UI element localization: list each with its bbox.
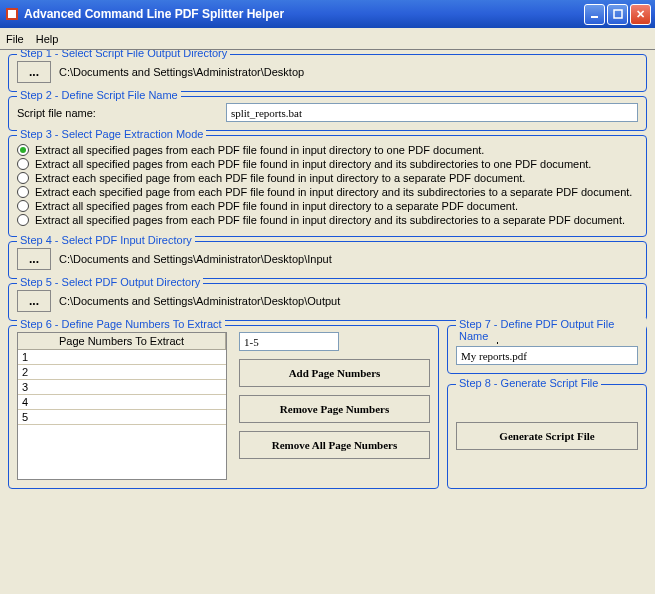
list-item[interactable]: 4: [18, 395, 226, 410]
step4-legend: Step 4 - Select PDF Input Directory: [17, 234, 195, 246]
step1-group: Step 1 - Select Script File Output Direc…: [8, 54, 647, 92]
step1-legend: Step 1 - Select Script File Output Direc…: [17, 50, 230, 59]
window-title: Advanced Command Line PDF Splitter Helpe…: [24, 7, 584, 21]
page-range-input[interactable]: [239, 332, 339, 351]
svg-rect-2: [591, 16, 598, 18]
generate-script-button[interactable]: Generate Script File: [456, 422, 638, 450]
menubar: File Help: [0, 28, 655, 50]
svg-rect-3: [614, 10, 622, 18]
extraction-mode-label: Extract all specified pages from each PD…: [35, 158, 591, 170]
window-controls: ✕: [584, 4, 651, 25]
app-icon: [4, 6, 20, 22]
page-numbers-list[interactable]: Page Numbers To Extract 12345: [17, 332, 227, 480]
menu-file[interactable]: File: [6, 33, 24, 45]
radio-icon: [17, 200, 29, 212]
radio-icon: [17, 214, 29, 226]
list-item[interactable]: 1: [18, 350, 226, 365]
step6-group: Step 6 - Define Page Numbers To Extract …: [8, 325, 439, 489]
step8-legend: Step 8 - Generate Script File: [456, 377, 601, 389]
step2-legend: Step 2 - Define Script File Name: [17, 89, 181, 101]
extraction-mode-label: Extract each specified page from each PD…: [35, 186, 632, 198]
radio-icon: [17, 158, 29, 170]
step3-legend: Step 3 - Select Page Extraction Mode: [17, 128, 206, 140]
minimize-button[interactable]: [584, 4, 605, 25]
step2-label: Script file name:: [17, 107, 96, 119]
extraction-mode-label: Extract all specified pages from each PD…: [35, 144, 484, 156]
step4-group: Step 4 - Select PDF Input Directory ... …: [8, 241, 647, 279]
add-page-numbers-button[interactable]: Add Page Numbers: [239, 359, 430, 387]
extraction-mode-option-4[interactable]: Extract all specified pages from each PD…: [17, 200, 638, 212]
page-list-header: Page Numbers To Extract: [18, 333, 226, 350]
step5-group: Step 5 - Select PDF Output Directory ...…: [8, 283, 647, 321]
step4-browse-button[interactable]: ...: [17, 248, 51, 270]
step1-browse-button[interactable]: ...: [17, 61, 51, 83]
extraction-mode-label: Extract each specified page from each PD…: [35, 172, 525, 184]
radio-icon: [17, 172, 29, 184]
step5-browse-button[interactable]: ...: [17, 290, 51, 312]
content-area: Step 1 - Select Script File Output Direc…: [0, 50, 655, 594]
extraction-mode-option-5[interactable]: Extract all specified pages from each PD…: [17, 214, 638, 226]
radio-icon: [17, 186, 29, 198]
svg-rect-1: [8, 10, 16, 18]
step6-legend: Step 6 - Define Page Numbers To Extract: [17, 318, 225, 330]
step8-group: Step 8 - Generate Script File Generate S…: [447, 384, 647, 489]
step3-group: Step 3 - Select Page Extraction Mode Ext…: [8, 135, 647, 237]
menu-help[interactable]: Help: [36, 33, 59, 45]
extraction-mode-option-0[interactable]: Extract all specified pages from each PD…: [17, 144, 638, 156]
extraction-mode-label: Extract all specified pages from each PD…: [35, 200, 518, 212]
step5-path: C:\Documents and Settings\Administrator\…: [59, 295, 340, 307]
app-window: Advanced Command Line PDF Splitter Helpe…: [0, 0, 655, 594]
extraction-mode-option-3[interactable]: Extract each specified page from each PD…: [17, 186, 638, 198]
extraction-mode-option-1[interactable]: Extract all specified pages from each PD…: [17, 158, 638, 170]
maximize-button[interactable]: [607, 4, 628, 25]
step5-legend: Step 5 - Select PDF Output Directory: [17, 276, 203, 288]
remove-page-numbers-button[interactable]: Remove Page Numbers: [239, 395, 430, 423]
step7-group: Step 7 - Define PDF Output File Name PDF…: [447, 325, 647, 374]
step1-path: C:\Documents and Settings\Administrator\…: [59, 66, 304, 78]
step4-path: C:\Documents and Settings\Administrator\…: [59, 253, 332, 265]
step7-legend: Step 7 - Define PDF Output File Name: [456, 318, 646, 342]
titlebar: Advanced Command Line PDF Splitter Helpe…: [0, 0, 655, 28]
radio-icon: [17, 144, 29, 156]
list-item[interactable]: 3: [18, 380, 226, 395]
output-filename-input[interactable]: [456, 346, 638, 365]
remove-all-page-numbers-button[interactable]: Remove All Page Numbers: [239, 431, 430, 459]
script-name-input[interactable]: [226, 103, 638, 122]
close-button[interactable]: ✕: [630, 4, 651, 25]
step2-group: Step 2 - Define Script File Name Script …: [8, 96, 647, 131]
extraction-mode-option-2[interactable]: Extract each specified page from each PD…: [17, 172, 638, 184]
list-item[interactable]: 2: [18, 365, 226, 380]
extraction-mode-label: Extract all specified pages from each PD…: [35, 214, 625, 226]
list-item[interactable]: 5: [18, 410, 226, 425]
